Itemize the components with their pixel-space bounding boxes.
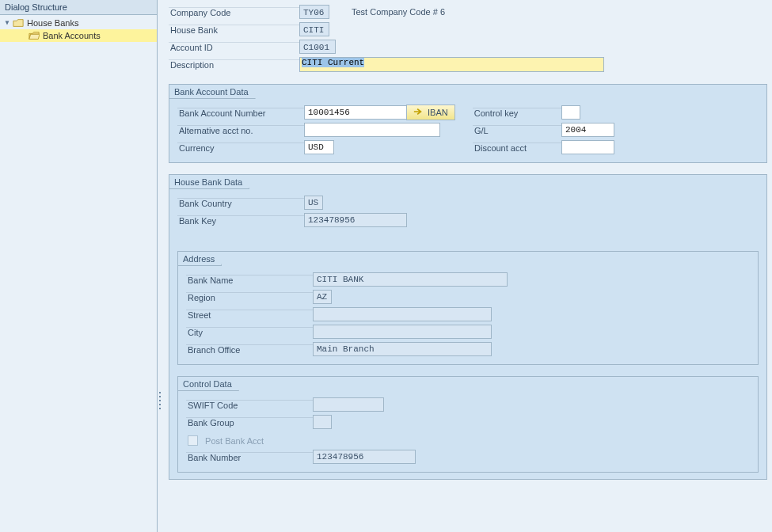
label-account-id: Account ID (169, 42, 299, 52)
svg-marker-0 (6, 21, 10, 25)
field-swift-code (313, 397, 384, 412)
row-bank-account-number: Bank Account Number IBAN Control key (177, 104, 759, 121)
sidebar-header: Dialog Structure (0, 0, 157, 15)
row-bank-group: Bank Group (186, 413, 750, 431)
field-bank-name: CITI BANK (313, 272, 508, 287)
label-discount-acct: Discount acct (473, 142, 561, 153)
group-bank-account-data: Bank Account Data Bank Account Number IB… (169, 84, 767, 163)
app-root: Dialog Structure House Banks Bank Accoun… (0, 0, 772, 532)
row-region: Region AZ (186, 288, 750, 306)
field-company-code: TY06 (299, 5, 329, 19)
sidebar-item-label: House Banks (27, 18, 78, 28)
label-post-bank-acct: Post Bank Acct (205, 436, 264, 446)
label-bank-account-number: Bank Account Number (177, 108, 304, 118)
input-discount-acct[interactable] (561, 140, 614, 154)
label-alt-acct: Alternative acct no. (177, 125, 304, 135)
group-title: Control Data (178, 377, 239, 391)
field-account-id: C1001 (299, 40, 336, 54)
row-company-code: Company Code TY06 Test Company Code # 6 (169, 3, 767, 21)
group-title-wrap: House Bank Data (169, 175, 766, 189)
input-control-key[interactable] (561, 105, 580, 120)
label-gl: G/L (473, 125, 561, 135)
group-address: Address Bank Name CITI BANK Region AZ St… (177, 251, 759, 365)
folder-open-icon (29, 31, 40, 40)
row-post-bank-acct: Post Bank Acct (186, 431, 750, 448)
input-gl[interactable] (561, 123, 614, 137)
field-street (313, 307, 492, 321)
arrow-right-icon (413, 108, 423, 117)
label-bank-country: Bank Country (177, 198, 304, 208)
field-bank-group (313, 415, 332, 429)
field-house-bank: CITI (299, 22, 329, 36)
label-bank-number: Bank Number (186, 452, 313, 462)
group-control-data: Control Data SWIFT Code Bank Group (177, 376, 759, 473)
label-swift-code: SWIFT Code (186, 400, 313, 410)
field-bank-country: US (304, 196, 323, 210)
row-bank-name: Bank Name CITI BANK (186, 271, 750, 288)
input-alt-acct[interactable] (304, 123, 440, 137)
label-city: City (186, 327, 313, 337)
input-currency[interactable] (304, 140, 334, 154)
field-description-wrap[interactable]: CITI Current (299, 57, 604, 72)
label-bank-group: Bank Group (186, 417, 313, 428)
label-control-key: Control key (473, 108, 561, 118)
label-bank-name: Bank Name (186, 275, 313, 285)
field-region: AZ (313, 290, 332, 304)
iban-button[interactable]: IBAN (406, 104, 455, 120)
group-title: House Bank Data (169, 175, 249, 189)
sidebar-tree: House Banks Bank Accounts (0, 15, 157, 44)
cell-post-bank-acct: Post Bank Acct (186, 434, 313, 446)
label-region: Region (186, 292, 313, 302)
row-alt-acct: Alternative acct no. G/L (177, 121, 759, 139)
row-swift-code: SWIFT Code (186, 396, 750, 413)
group-title-wrap: Bank Account Data (169, 85, 766, 99)
row-city: City (186, 323, 750, 340)
label-bank-key: Bank Key (177, 215, 304, 226)
expand-icon[interactable] (3, 19, 11, 27)
label-company-code: Company Code (169, 7, 299, 17)
text-company-code-desc: Test Company Code # 6 (352, 7, 445, 17)
group-title-wrap: Control Data (178, 377, 758, 391)
iban-button-label: IBAN (428, 108, 448, 117)
input-bank-account-number[interactable] (304, 105, 407, 120)
row-bank-key: Bank Key 123478956 (177, 211, 759, 229)
sidebar-item-label: Bank Accounts (43, 31, 101, 40)
label-house-bank: House Bank (169, 25, 299, 35)
row-account-id: Account ID C1001 (169, 38, 767, 55)
field-city (313, 325, 492, 339)
group-title: Address (178, 252, 222, 266)
row-street: Street (186, 306, 750, 323)
row-bank-number: Bank Number 123478956 (186, 448, 750, 466)
row-currency: Currency Discount acct (177, 139, 759, 156)
checkbox-post-bank-acct (188, 435, 198, 446)
label-street: Street (186, 310, 313, 320)
row-branch-office: Branch Office Main Branch (186, 340, 750, 358)
label-description: Description (169, 59, 299, 70)
row-house-bank: House Bank CITI (169, 21, 767, 38)
group-title: Bank Account Data (169, 85, 256, 99)
main-content: Company Code TY06 Test Company Code # 6 … (162, 0, 772, 532)
field-bank-number: 123478956 (313, 450, 416, 464)
sidebar-item-bank-accounts[interactable]: Bank Accounts (0, 29, 157, 42)
row-bank-country: Bank Country US (177, 194, 759, 211)
field-description[interactable]: CITI Current (302, 58, 364, 67)
row-description: Description CITI Current (169, 55, 767, 73)
sidebar-item-house-banks[interactable]: House Banks (0, 17, 157, 29)
folder-icon (13, 18, 24, 28)
group-title-wrap: Address (178, 252, 758, 266)
dialog-structure-sidebar: Dialog Structure House Banks Bank Accoun… (0, 0, 158, 532)
field-branch-office: Main Branch (313, 342, 492, 356)
group-house-bank-data: House Bank Data Bank Country US Bank Key… (169, 174, 767, 480)
label-currency: Currency (177, 142, 304, 153)
field-bank-key: 123478956 (304, 213, 407, 227)
label-branch-office: Branch Office (186, 344, 313, 355)
